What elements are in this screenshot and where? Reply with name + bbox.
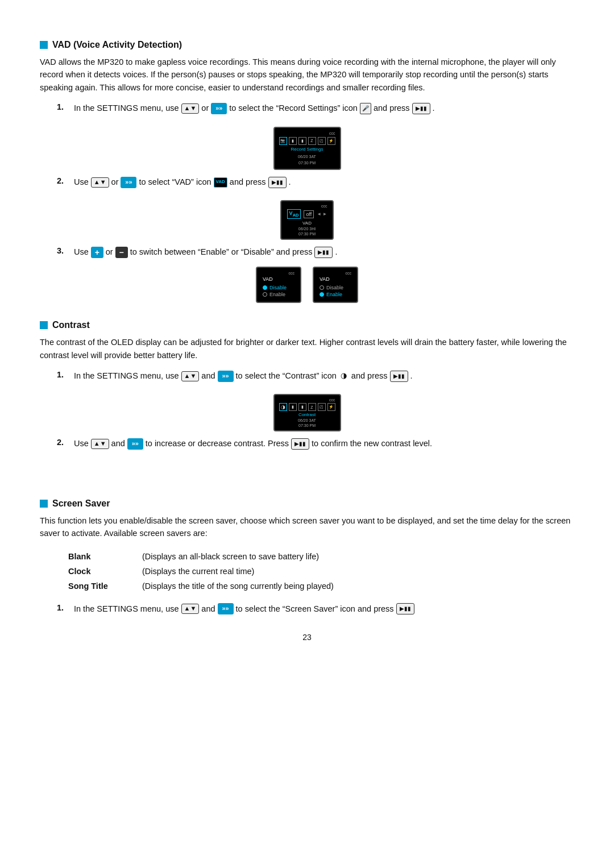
ss-blank-desc: (Displays an all-black screen to save ba… [142,549,343,564]
ci-1: ◑ [279,403,287,411]
ff-button-icon: »» [211,103,227,114]
contrast-icon-strip: ◑ ▮ ▮ Z ◰ ⚡ [279,403,335,411]
contrast-step1-text-mid: and [201,369,215,383]
contrast-step1-text-before: In the SETTINGS menu, use [74,369,179,383]
up-down-arrow-icon-3: ▲▼ [181,371,200,381]
vad-body-text: VAD allows the MP320 to make gapless voi… [40,56,574,94]
spacer-1 [40,459,574,481]
vad-screen-date: 06/20 3HI [287,227,327,231]
contrast-step2-text-mid: and [111,437,125,450]
ci-4: Z [308,403,316,411]
contrast-step1-text-end: and press [351,369,388,383]
contrast-step1-period: . [410,369,413,383]
contrast-body-text: The contrast of the OLED display can be … [40,336,574,362]
radio-enable-filled [320,292,324,297]
ci-2: ▮ [289,403,297,411]
ss-row-blank: Blank (Displays an all-black screen to s… [68,549,343,564]
ss-step-1-num: 1. [57,603,74,612]
ss-songtitle-desc: (Displays the title of the song currentl… [142,579,343,593]
vad-step1-text-mid: or [201,102,209,115]
contrast-section-title: Contrast [40,320,574,330]
record-settings-screen-row: ccc 📷 ▮ ▮ Z ◰ ⚡ Record Settings 06/20 3A… [40,123,574,174]
screen-date-1: 06/20 3AT [279,154,335,160]
contrast-screen-row: ccc ◑ ▮ ▮ Z ◰ ⚡ Contrast 06/20 3AT 07:30… [40,391,574,435]
enable-label-1: Enable [269,292,285,297]
vad-off-icon: off [304,210,314,218]
radio-disable-empty [320,285,324,290]
vad-enable-row: Enable [263,292,294,297]
contrast-step-1: 1. In the SETTINGS menu, use ▲▼ and »» t… [57,369,574,383]
plus-button: + [91,247,103,258]
vad-disable-row: Disable [263,285,294,290]
up-down-arrow-icon-5: ▲▼ [181,604,200,614]
vad-step-3-content: Use + or − to switch between “Enable” or… [74,246,338,259]
rs-icon-4: Z [308,137,316,145]
disable-label-2: Disable [326,285,343,290]
ss-step1-text-end: and press [358,603,394,616]
vad-badge-icon: VAD [214,177,227,188]
vad-screen-row-1: VAD off ◄ ► [287,209,327,219]
vad-step-2-content: Use ▲▼ or »» to select “VAD” icon VAD an… [74,176,291,189]
ff-button-icon-4: »» [127,438,143,450]
vad-step-2: 2. Use ▲▼ or »» to select “VAD” icon VAD… [57,176,574,189]
contrast-step-2-content: Use ▲▼ and »» to increase or decrease co… [74,437,432,450]
screen-record-settings-label: Record Settings [279,146,335,152]
vad-step-2-num: 2. [57,176,74,185]
vad-step2-period: . [289,176,291,189]
ss-step1-text-before: In the SETTINGS menu, use [74,603,179,616]
contrast-step-2: 2. Use ▲▼ and »» to increase or decrease… [57,437,574,450]
page-number: 23 [40,633,574,642]
radio-enable-empty [263,292,267,297]
ss-blank-name: Blank [68,549,142,564]
vad-step-3-num: 3. [57,246,74,255]
vad-disable-selected-screen: ccc VAD Disable Enable [256,267,301,303]
contrast-step2-text-after: to increase or decrease contrast. Press [146,437,289,450]
vad-right-arrows: ◄ ► [317,211,327,217]
enable-label-2: Enable [326,292,342,297]
ss-step-1-content: In the SETTINGS menu, use ▲▼ and »» to s… [74,603,414,616]
rs-icon-2: ▮ [289,137,297,145]
record-settings-icon: 🎤 [360,103,371,114]
vad-screen-time: 07:30 PM [287,232,327,236]
vad-step-1-content: In the SETTINGS menu, use ▲▼ or »» to se… [74,102,435,115]
vad-step2-text-before: Use [74,176,89,189]
play-pause-button-5: ▶▮▮ [291,438,309,450]
rs-icon-3: ▮ [298,137,306,145]
vad-disable-row-2: Disable [320,285,351,290]
ss-clock-name: Clock [68,564,142,579]
vad-step1-period: . [433,102,435,115]
ci-3: ▮ [298,403,306,411]
up-down-arrow-icon: ▲▼ [181,103,200,114]
vad-options-row: ccc VAD Disable Enable ccc VAD Disable E… [40,267,574,303]
contrast-topbar: ccc [279,398,335,402]
rs-icon-5: ◰ [318,137,326,145]
ss-step-1: 1. In the SETTINGS menu, use ▲▼ and »» t… [57,603,574,616]
contrast-step1-text-after: to select the “Contrast” icon [236,369,337,383]
vad-step2-text-after: to select “VAD” icon [139,176,211,189]
ff-button-icon-2: »» [121,177,136,188]
play-pause-button-3: ▶▮▮ [314,247,333,258]
contrast-step-1-num: 1. [57,369,74,379]
vad-screen-label: VAD [287,221,327,226]
play-pause-button-6: ▶▮▮ [396,603,414,614]
rs-icon-6: ⚡ [327,137,335,145]
vad-step-1: 1. In the SETTINGS menu, use ▲▼ or »» to… [57,102,574,115]
vad-step3-period: . [335,246,337,259]
contrast-step-1-content: In the SETTINGS menu, use ▲▼ and »» to s… [74,369,413,383]
play-pause-button-2: ▶▮▮ [268,177,287,188]
contrast-icon: ◑ [339,371,349,381]
vad-opt-title-2: VAD [320,276,351,282]
vad-step1-text-after: to select the “Record Settings” icon [229,102,358,115]
vad-step-3: 3. Use + or − to switch between “Enable”… [57,246,574,259]
ff-button-icon-3: »» [218,371,234,382]
vad-step2-text-mid: or [111,176,119,189]
minus-button: − [115,247,128,258]
vad-enable-topbar: ccc [320,271,351,275]
screensaver-body-text: This function lets you enable/disable th… [40,514,574,540]
vad-step-1-num: 1. [57,102,74,111]
ci-6: ⚡ [327,403,335,411]
vad-step1-text-before: In the SETTINGS menu, use [74,102,179,115]
vad-step1-text-end: and press [374,102,410,115]
contrast-screen-date: 06/20 3AT [279,418,335,422]
screensaver-section-title: Screen Saver [40,499,574,509]
